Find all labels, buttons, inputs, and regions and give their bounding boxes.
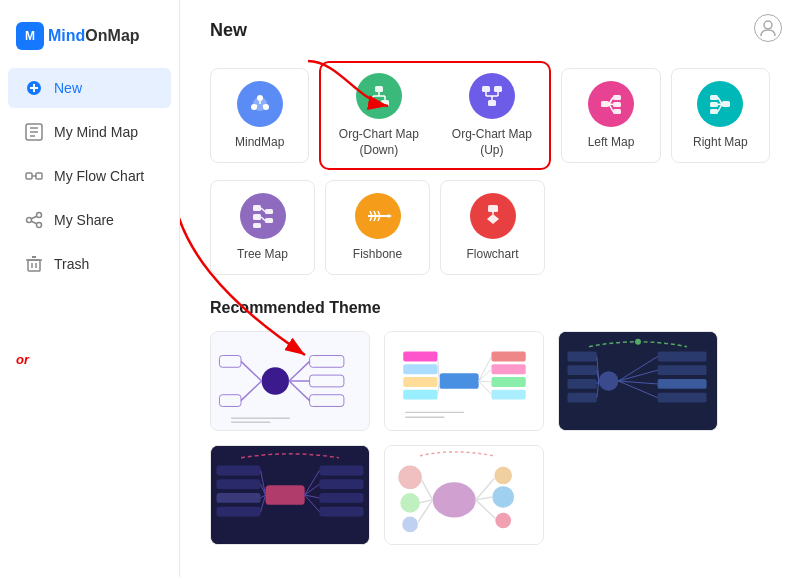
svg-rect-93 [491, 377, 525, 387]
logo: M MindOnMap [0, 10, 179, 66]
theme-card-2[interactable] [384, 331, 544, 431]
map-card-right-map[interactable]: Right Map [671, 68, 770, 163]
mindmap-label: MindMap [235, 135, 284, 151]
map-card-mindmap[interactable]: MindMap [210, 68, 309, 163]
svg-line-62 [261, 208, 265, 212]
svg-rect-94 [491, 390, 525, 400]
svg-rect-7 [26, 173, 32, 179]
svg-rect-99 [403, 352, 437, 362]
logo-text: MindOnMap [48, 27, 140, 45]
map-card-tree-map[interactable]: Tree Map [210, 180, 315, 275]
svg-rect-15 [28, 260, 40, 271]
svg-line-13 [31, 216, 36, 219]
map-card-flowchart[interactable]: Flowchart [440, 180, 545, 275]
svg-rect-61 [265, 218, 273, 223]
svg-rect-72 [488, 205, 498, 212]
svg-rect-133 [217, 507, 261, 517]
svg-point-20 [764, 21, 772, 29]
fishbone-label: Fishbone [353, 247, 402, 263]
flowchart-label: Flowchart [466, 247, 518, 263]
theme-card-1[interactable] [210, 331, 370, 431]
svg-rect-129 [266, 485, 305, 505]
user-menu[interactable] [754, 14, 782, 42]
svg-point-149 [400, 493, 420, 513]
sidebar-item-my-mind-map[interactable]: My Mind Map [8, 112, 171, 152]
left-map-icon [588, 81, 634, 127]
svg-rect-121 [658, 379, 707, 389]
tree-map-icon [240, 193, 286, 239]
svg-rect-141 [319, 507, 363, 517]
trash-icon [24, 254, 44, 274]
new-icon [24, 78, 44, 98]
svg-point-151 [494, 467, 512, 485]
svg-rect-35 [488, 100, 496, 106]
fishbone-icon [355, 193, 401, 239]
theme-card-5[interactable] [384, 445, 544, 545]
svg-point-153 [495, 513, 511, 529]
sidebar-item-my-flow-chart[interactable]: My Flow Chart [8, 156, 171, 196]
my-flow-chart-icon [24, 166, 44, 186]
svg-rect-36 [482, 86, 490, 92]
org-down-label: Org-Chart Map(Down) [339, 127, 419, 158]
main-content: New MindMap Org-Chart Map(Down) Org-Char… [180, 0, 800, 577]
svg-rect-58 [253, 214, 261, 220]
my-mind-map-icon [24, 122, 44, 142]
org-up-icon [469, 73, 515, 119]
new-section-title: New [210, 20, 770, 41]
svg-line-53 [718, 97, 722, 104]
svg-rect-102 [403, 390, 437, 400]
sidebar-item-new-label: New [54, 80, 82, 96]
svg-rect-111 [567, 352, 596, 362]
my-share-icon [24, 210, 44, 230]
svg-rect-28 [375, 86, 383, 92]
sidebar-item-trash[interactable]: Trash [8, 244, 171, 284]
user-icon[interactable] [754, 14, 782, 42]
svg-rect-49 [722, 101, 730, 107]
svg-rect-59 [253, 223, 261, 228]
logo-icon: M [16, 22, 44, 50]
or-label: or [0, 346, 179, 373]
org-down-icon [356, 73, 402, 119]
svg-rect-114 [567, 393, 596, 403]
sidebar-item-trash-label: Trash [54, 256, 89, 272]
svg-rect-120 [658, 365, 707, 375]
svg-point-10 [37, 213, 42, 218]
svg-rect-112 [567, 365, 596, 375]
svg-rect-57 [253, 205, 261, 211]
svg-marker-71 [388, 214, 392, 218]
svg-rect-139 [319, 479, 363, 489]
theme-card-4[interactable] [210, 445, 370, 545]
svg-marker-73 [487, 214, 499, 224]
map-card-fishbone[interactable]: Fishbone [325, 180, 430, 275]
theme-grid [210, 331, 770, 545]
highlighted-org-group: Org-Chart Map(Down) Org-Chart Map (Up) [319, 61, 551, 170]
theme-card-3[interactable] [558, 331, 718, 431]
map-card-org-up[interactable]: Org-Chart Map (Up) [439, 68, 544, 163]
svg-point-110 [599, 371, 619, 391]
sidebar-item-new[interactable]: New [8, 68, 171, 108]
map-card-left-map[interactable]: Left Map [561, 68, 660, 163]
svg-rect-113 [567, 379, 596, 389]
svg-rect-30 [381, 100, 389, 106]
svg-line-46 [609, 97, 613, 104]
svg-rect-131 [217, 479, 261, 489]
svg-line-63 [261, 217, 265, 221]
mindmap-icon [237, 81, 283, 127]
sidebar-item-my-share-label: My Share [54, 212, 114, 228]
svg-rect-51 [710, 102, 718, 107]
sidebar-item-my-mind-map-label: My Mind Map [54, 124, 138, 140]
svg-rect-45 [613, 109, 621, 114]
right-map-label: Right Map [693, 135, 748, 151]
svg-line-14 [31, 221, 36, 224]
svg-rect-130 [217, 466, 261, 476]
svg-point-147 [433, 482, 476, 517]
svg-rect-140 [319, 493, 363, 503]
svg-rect-132 [217, 493, 261, 503]
svg-rect-43 [613, 95, 621, 100]
sidebar-item-my-flow-chart-label: My Flow Chart [54, 168, 144, 184]
recommended-theme-title: Recommended Theme [210, 299, 770, 317]
map-card-org-down[interactable]: Org-Chart Map(Down) [326, 68, 431, 163]
sidebar: M MindOnMap New My Mind Map My Flow Char… [0, 0, 180, 577]
sidebar-item-my-share[interactable]: My Share [8, 200, 171, 240]
right-map-icon [697, 81, 743, 127]
